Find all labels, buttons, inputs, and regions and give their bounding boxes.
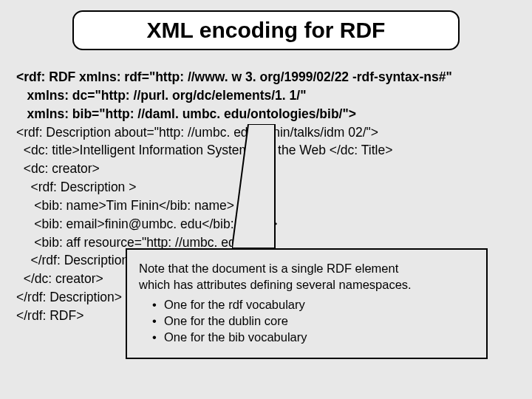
code-line: </rdf: RDF> — [16, 308, 83, 323]
bullet-dot-icon: • — [152, 296, 164, 313]
code-line: <rdf: Description > — [16, 180, 136, 194]
code-line: </rdf: Description> — [16, 290, 122, 304]
callout-bullet: • One for the dublin core — [152, 313, 474, 329]
bullet-text: One for the bib vocabulary — [164, 329, 307, 345]
callout-text: Note that the document is a single RDF e… — [139, 260, 474, 276]
bullet-dot-icon: • — [152, 329, 164, 345]
slide-title: XML encoding for RDF — [147, 18, 386, 43]
code-line: <dc: creator> — [16, 161, 100, 176]
callout-bullet: • One for the bib vocabulary — [152, 329, 474, 345]
code-line: <bib: aff resource="http: //umbc. edu/" … — [16, 235, 266, 250]
code-line: <rdf: RDF xmlns: rdf="http: //www. w 3. … — [16, 69, 452, 84]
callout-bullet: • One for the rdf vocabulary — [152, 296, 474, 313]
code-line: </dc: creator> — [16, 271, 103, 286]
code-line: xmlns: bib="http: //daml. umbc. edu/onto… — [16, 106, 356, 121]
code-line: <bib: name>Tim Finin</bib: name> — [16, 198, 234, 213]
bullet-text: One for the rdf vocabulary — [164, 296, 305, 313]
callout-text: which has attributes defining several na… — [139, 276, 474, 293]
bullet-dot-icon: • — [152, 313, 164, 329]
code-line: <bib: email>finin@umbc. edu</bib: Email> — [16, 216, 277, 231]
code-line: <rdf: Description about="http: //umbc. e… — [16, 125, 378, 140]
code-line: <dc: title>Intelligent Information Syste… — [16, 143, 392, 157]
code-line: </rdf: Description> — [16, 253, 136, 267]
callout-bullet-list: • One for the rdf vocabulary • One for t… — [152, 296, 474, 346]
bullet-text: One for the dublin core — [164, 313, 288, 329]
code-line: xmlns: dc="http: //purl. org/dc/elements… — [16, 88, 306, 103]
callout-box: Note that the document is a single RDF e… — [126, 248, 488, 359]
title-box: XML encoding for RDF — [72, 10, 460, 50]
